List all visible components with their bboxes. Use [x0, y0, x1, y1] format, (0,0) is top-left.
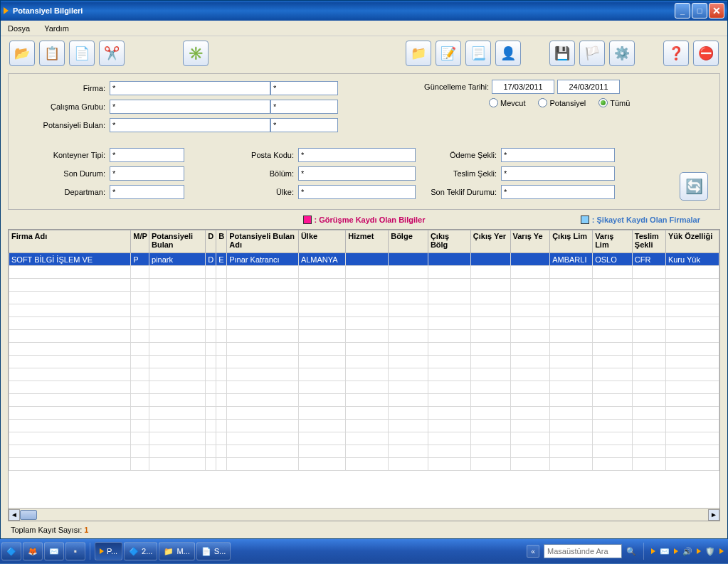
folder-button[interactable]: 📁 — [406, 41, 431, 66]
potansiyeli-input-2[interactable] — [270, 118, 338, 132]
copy-button[interactable]: 📄 — [69, 41, 95, 66]
teslim-input[interactable] — [501, 166, 615, 181]
taskbar-ql-1[interactable]: 🔷 — [1, 542, 21, 560]
table-row-empty[interactable] — [9, 304, 719, 317]
postakodu-input[interactable] — [298, 148, 416, 162]
tray-icon-sound[interactable]: 🔊 — [682, 547, 692, 556]
date-to-input[interactable] — [557, 80, 620, 94]
tray-icon-mail[interactable]: ✉️ — [660, 547, 670, 556]
maximize-button[interactable]: □ — [692, 3, 707, 18]
taskbar-ql-4[interactable]: ▫️ — [65, 542, 85, 560]
th-potansiyeli-bulan-adi[interactable]: Potansiyeli Bulan Adı — [227, 230, 299, 253]
th-mp[interactable]: M/P — [131, 230, 149, 253]
radio-potansiyel[interactable]: Potansiyel — [538, 98, 586, 107]
th-cikis-lim[interactable]: Çıkış Lim — [550, 230, 593, 253]
plugin-button[interactable]: ✳️ — [183, 41, 209, 66]
tray-icon-3[interactable] — [697, 548, 701, 554]
taskbar-ql-3[interactable]: ✉️ — [44, 542, 64, 560]
taskbar-item-1[interactable]: 🔷2... — [124, 542, 157, 560]
cut-button[interactable]: ✂️ — [99, 41, 125, 66]
edit-note-button[interactable]: 📝 — [436, 41, 461, 66]
exit-button[interactable]: ⛔ — [693, 41, 719, 66]
date-from-input[interactable] — [492, 80, 554, 94]
firma-label: Firma: — [9, 84, 110, 92]
th-hizmet[interactable]: Hizmet — [346, 230, 389, 253]
radio-tumu[interactable]: Tümü — [598, 98, 630, 107]
table-row-empty[interactable] — [9, 394, 719, 407]
th-varis-ye[interactable]: Varış Ye — [510, 230, 550, 253]
th-ulke[interactable]: Ülke — [298, 230, 345, 253]
ulke-input[interactable] — [298, 185, 416, 199]
th-cikis-bolge[interactable]: Çıkış Bölg — [428, 230, 470, 253]
menu-yardim[interactable]: Yardım — [44, 24, 69, 33]
taskbar-item-0[interactable]: P... — [95, 542, 122, 560]
legend-gorusme-swatch — [303, 216, 312, 224]
departman-input[interactable] — [110, 185, 184, 199]
firma-input-2[interactable] — [270, 81, 338, 95]
flag-button[interactable]: 🏳️ — [579, 41, 605, 66]
table-row-empty[interactable] — [9, 407, 719, 420]
guncelleme-label: Güncelleme Tarihi: — [403, 83, 489, 91]
note-button[interactable]: 📋 — [39, 41, 65, 66]
th-d[interactable]: D — [206, 230, 216, 253]
table-row[interactable]: SOFT BİLGİ İŞLEM VEPpinarkDEPınar Katran… — [9, 253, 719, 266]
taskbar-item-3[interactable]: 📄S... — [196, 542, 231, 560]
refresh-button[interactable]: 🔄 — [680, 172, 708, 201]
scroll-thumb[interactable] — [20, 510, 37, 520]
scroll-track[interactable] — [20, 509, 708, 521]
table-row-empty[interactable] — [9, 356, 719, 368]
scroll-right-button[interactable]: ► — [708, 509, 719, 521]
help-button[interactable]: ❓ — [663, 41, 689, 66]
table-row-empty[interactable] — [9, 317, 719, 330]
table-row-empty[interactable] — [9, 266, 719, 279]
person-button[interactable]: 👤 — [495, 41, 521, 66]
table-row-empty[interactable] — [9, 292, 719, 304]
settings-button[interactable]: ⚙️ — [609, 41, 635, 66]
tray-icon-2[interactable] — [674, 548, 678, 554]
th-bolge[interactable]: Bölge — [389, 230, 428, 253]
th-firma-adi[interactable]: Firma Adı — [9, 230, 131, 253]
sondurum-input[interactable] — [110, 166, 184, 181]
table-row-empty[interactable] — [9, 445, 719, 458]
export-button[interactable]: 💾 — [549, 41, 575, 66]
table-row-empty[interactable] — [9, 458, 719, 471]
sonteklif-input[interactable] — [501, 185, 615, 199]
th-b[interactable]: B — [216, 230, 227, 253]
th-varis-lim[interactable]: Varış Lim — [593, 230, 633, 253]
konteyner-input[interactable] — [110, 148, 184, 162]
th-teslim-sekli[interactable]: Teslim Şekli — [632, 230, 665, 253]
taskbar-item-2[interactable]: 📁M... — [159, 542, 194, 560]
taskbar-search-icon[interactable]: 🔍 — [626, 547, 636, 556]
menu-dosya[interactable]: Dosya — [8, 24, 30, 33]
taskbar-expand-button[interactable]: « — [527, 545, 539, 558]
bolum-input[interactable] — [298, 166, 416, 181]
firma-input-1[interactable] — [110, 81, 270, 95]
taskbar-search-input[interactable] — [544, 544, 622, 558]
note2-button[interactable]: 📃 — [465, 41, 491, 66]
table-row-empty[interactable] — [9, 343, 719, 356]
table-row-empty[interactable] — [9, 420, 719, 432]
tray-icon-shield[interactable]: 🛡️ — [705, 547, 715, 556]
th-yuk-ozelligi[interactable]: Yük Özelliği — [665, 230, 719, 253]
close-button[interactable]: ✕ — [709, 3, 724, 18]
calisma-input-2[interactable] — [270, 100, 338, 114]
tray-icon-1[interactable] — [651, 548, 655, 554]
table-row-empty[interactable] — [9, 368, 719, 381]
bolum-label: Bölüm: — [184, 165, 298, 182]
minimize-button[interactable]: _ — [675, 3, 690, 18]
table-row-empty[interactable] — [9, 279, 719, 292]
calisma-input-1[interactable] — [110, 100, 270, 114]
th-potansiyeli-bulan[interactable]: Potansiyeli Bulan — [149, 230, 206, 253]
potansiyeli-input-1[interactable] — [110, 118, 270, 132]
tray-icon-4[interactable] — [719, 548, 724, 554]
th-cikis-yeri[interactable]: Çıkış Yer — [470, 230, 510, 253]
open-button[interactable]: 📂 — [9, 41, 35, 66]
results-table[interactable]: Firma Adı M/P Potansiyeli Bulan D B Pota… — [9, 230, 719, 471]
radio-mevcut[interactable]: Mevcut — [489, 98, 525, 107]
taskbar-ql-2[interactable]: 🦊 — [23, 542, 43, 560]
table-row-empty[interactable] — [9, 381, 719, 394]
scroll-left-button[interactable]: ◄ — [9, 509, 20, 521]
table-row-empty[interactable] — [9, 432, 719, 445]
table-row-empty[interactable] — [9, 330, 719, 343]
odeme-input[interactable] — [501, 148, 615, 162]
